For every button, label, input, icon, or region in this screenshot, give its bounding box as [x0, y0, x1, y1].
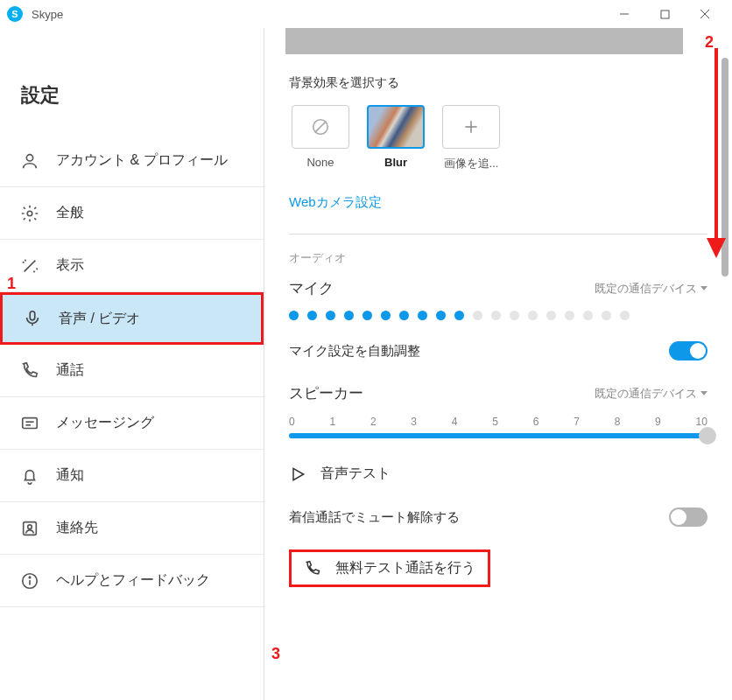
divider [289, 234, 707, 234]
info-icon [19, 570, 40, 592]
sidebar-item-label: メッセージング [56, 414, 154, 432]
mic-level-indicator [289, 311, 707, 320]
background-effect-label: 背景効果を選択する [289, 75, 707, 91]
plus-icon [462, 118, 480, 136]
svg-line-16 [315, 122, 327, 133]
svg-marker-19 [293, 468, 304, 480]
gear-icon [19, 203, 40, 224]
maximize-button[interactable] [644, 2, 685, 26]
minimize-button[interactable] [604, 2, 644, 26]
settings-title: 設定 [0, 28, 264, 135]
webcam-settings-link[interactable]: Webカメラ設定 [289, 194, 382, 211]
auto-adjust-label: マイク設定を自動調整 [289, 343, 420, 360]
chevron-down-icon [700, 286, 707, 290]
sidebar: 設定 アカウント & プロフィール 全般 表示 音声 / ビデオ [0, 28, 264, 700]
bg-option-blur[interactable]: Blur [364, 105, 427, 172]
titlebar: S Skype [0, 0, 732, 28]
microphone-icon [22, 308, 43, 329]
svg-point-14 [29, 577, 30, 578]
svg-point-4 [26, 154, 32, 160]
sidebar-item-account[interactable]: アカウント & プロフィール [0, 135, 264, 187]
callout-3: 3 [271, 645, 280, 663]
sidebar-item-calling[interactable]: 通話 [0, 345, 264, 397]
bg-option-label: None [306, 156, 334, 169]
contacts-icon [19, 518, 40, 539]
slider-knob[interactable] [699, 427, 716, 444]
svg-rect-1 [661, 10, 669, 18]
audio-section-label: オーディオ [289, 250, 707, 266]
unmute-incoming-label: 着信通話でミュート解除する [289, 509, 460, 526]
speaker-device-select[interactable]: 既定の通信デバイス [595, 386, 707, 402]
sidebar-item-help[interactable]: ヘルプとフィードバック [0, 555, 264, 607]
wand-icon [19, 256, 40, 276]
auto-adjust-toggle[interactable] [669, 341, 707, 360]
sidebar-item-label: 通知 [56, 466, 84, 485]
sidebar-item-contacts[interactable]: 連絡先 [0, 502, 264, 555]
speaker-volume-slider[interactable]: 012345678910 [289, 416, 707, 438]
none-icon [311, 117, 330, 136]
callout-1: 1 [7, 275, 16, 293]
unmute-incoming-toggle[interactable] [669, 508, 707, 527]
svg-rect-6 [30, 312, 35, 320]
sidebar-item-label: 全般 [56, 204, 84, 222]
audio-test-button[interactable]: 音声テスト [289, 456, 707, 492]
video-preview-bottom [285, 28, 683, 54]
free-test-call-button[interactable]: 無料テスト通話を行う [289, 550, 490, 587]
sidebar-item-label: 通話 [56, 361, 84, 380]
sidebar-item-appearance[interactable]: 表示 [0, 240, 264, 292]
sidebar-item-label: 音声 / ビデオ [59, 310, 140, 328]
microphone-device-select[interactable]: 既定の通信デバイス [595, 281, 707, 297]
svg-marker-21 [707, 238, 726, 258]
phone-icon [304, 560, 321, 578]
message-icon [19, 413, 40, 434]
sidebar-item-label: アカウント & プロフィール [56, 151, 228, 170]
bg-option-label: Blur [384, 156, 407, 169]
close-button[interactable] [685, 2, 725, 26]
scroll-down-arrow [703, 44, 729, 261]
sidebar-item-label: ヘルプとフィードバック [56, 571, 210, 590]
phone-icon [19, 360, 40, 382]
svg-rect-7 [23, 417, 38, 428]
sidebar-item-messaging[interactable]: メッセージング [0, 397, 264, 450]
sidebar-item-label: 表示 [56, 256, 84, 275]
skype-icon: S [7, 6, 23, 22]
sidebar-item-label: 連絡先 [56, 519, 98, 537]
bg-option-label: 画像を追... [444, 156, 499, 172]
chevron-down-icon [700, 391, 707, 396]
sidebar-item-general[interactable]: 全般 [0, 187, 264, 240]
microphone-label: マイク [289, 278, 334, 298]
bg-option-add[interactable]: 画像を追... [440, 105, 503, 172]
sidebar-item-audio-video[interactable]: 音声 / ビデオ [0, 292, 264, 345]
app-name: Skype [32, 8, 63, 21]
bg-option-none[interactable]: None [289, 105, 352, 172]
bell-icon [19, 466, 40, 486]
sidebar-item-notifications[interactable]: 通知 [0, 450, 264, 502]
person-icon [19, 150, 40, 172]
svg-point-5 [27, 211, 32, 216]
svg-point-11 [28, 524, 32, 528]
play-icon [289, 466, 306, 483]
content-panel: 背景効果を選択する None Blur 画像を追... [264, 28, 732, 700]
speaker-label: スピーカー [289, 383, 363, 403]
